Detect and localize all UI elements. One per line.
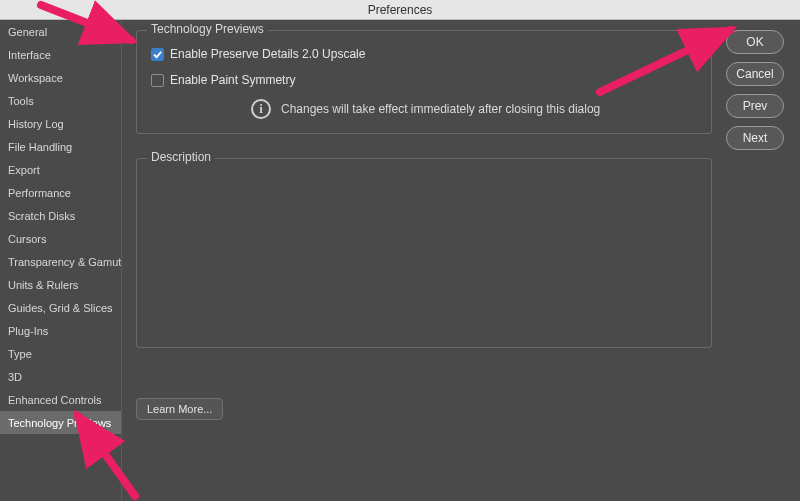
preferences-sidebar: General Interface Workspace Tools Histor…: [0, 20, 122, 501]
sidebar-item-history-log[interactable]: History Log: [0, 112, 121, 135]
info-row: i Changes will take effect immediately a…: [251, 99, 697, 119]
titlebar: Preferences: [0, 0, 800, 20]
description-group: Description: [136, 158, 712, 348]
sidebar-item-units-rulers[interactable]: Units & Rulers: [0, 273, 121, 296]
sidebar-item-3d[interactable]: 3D: [0, 365, 121, 388]
sidebar-item-scratch-disks[interactable]: Scratch Disks: [0, 204, 121, 227]
checkbox-label: Enable Preserve Details 2.0 Upscale: [170, 47, 365, 61]
sidebar-item-guides-grid-slices[interactable]: Guides, Grid & Slices: [0, 296, 121, 319]
check-icon: [153, 50, 162, 59]
dialog-buttons: OK Cancel Prev Next: [726, 20, 800, 501]
sidebar-item-enhanced-controls[interactable]: Enhanced Controls: [0, 388, 121, 411]
cancel-button[interactable]: Cancel: [726, 62, 784, 86]
panel-title: Technology Previews: [147, 22, 268, 36]
window-title: Preferences: [368, 3, 433, 17]
sidebar-item-plug-ins[interactable]: Plug-Ins: [0, 319, 121, 342]
learn-more-button[interactable]: Learn More...: [136, 398, 223, 420]
checkbox-paint-symmetry[interactable]: [151, 74, 164, 87]
next-button[interactable]: Next: [726, 126, 784, 150]
checkbox-preserve-details[interactable]: [151, 48, 164, 61]
sidebar-item-performance[interactable]: Performance: [0, 181, 121, 204]
sidebar-item-export[interactable]: Export: [0, 158, 121, 181]
window-body: General Interface Workspace Tools Histor…: [0, 20, 800, 501]
sidebar-item-type[interactable]: Type: [0, 342, 121, 365]
sidebar-item-interface[interactable]: Interface: [0, 43, 121, 66]
sidebar-item-technology-previews[interactable]: Technology Previews: [0, 411, 121, 434]
sidebar-item-general[interactable]: General: [0, 20, 121, 43]
sidebar-item-tools[interactable]: Tools: [0, 89, 121, 112]
description-title: Description: [147, 150, 215, 164]
sidebar-item-workspace[interactable]: Workspace: [0, 66, 121, 89]
info-text: Changes will take effect immediately aft…: [281, 102, 600, 116]
info-icon: i: [251, 99, 271, 119]
sidebar-item-transparency-gamut[interactable]: Transparency & Gamut: [0, 250, 121, 273]
technology-previews-group: Technology Previews Enable Preserve Deta…: [136, 30, 712, 134]
sidebar-item-cursors[interactable]: Cursors: [0, 227, 121, 250]
option-paint-symmetry[interactable]: Enable Paint Symmetry: [151, 73, 697, 87]
main-panel: Technology Previews Enable Preserve Deta…: [122, 20, 726, 501]
ok-button[interactable]: OK: [726, 30, 784, 54]
option-preserve-details[interactable]: Enable Preserve Details 2.0 Upscale: [151, 47, 697, 61]
sidebar-item-file-handling[interactable]: File Handling: [0, 135, 121, 158]
checkbox-label: Enable Paint Symmetry: [170, 73, 295, 87]
prev-button[interactable]: Prev: [726, 94, 784, 118]
